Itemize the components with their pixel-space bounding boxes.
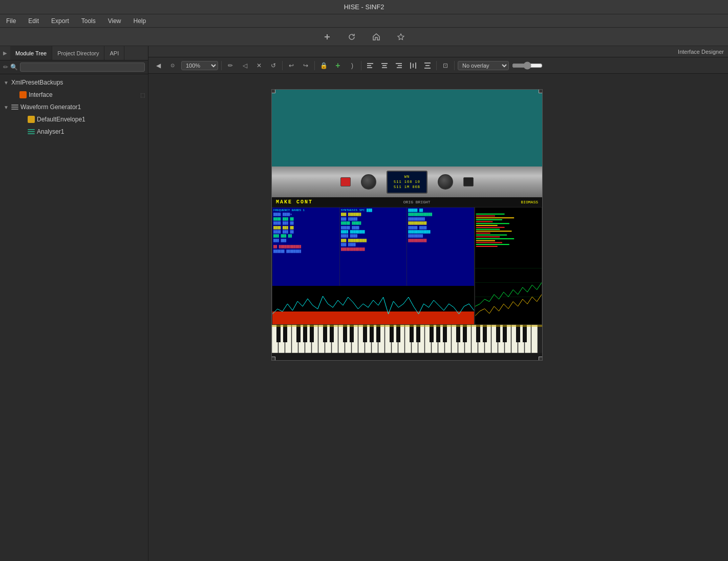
align-left-icon[interactable] [365,60,376,71]
screen-text-c2-8: ▓▓▓ ▓▓▓▓▓▓▓▓▓▓ [341,239,406,243]
screen-text-c2-10: ▓▓▓▓▓▓▓▓▓▓▓▓▓ [341,247,406,252]
piano-svg [272,325,542,353]
home-icon[interactable] [369,30,383,44]
svg-marker-2 [398,34,404,40]
synth-chrome-bar: WN 511 168 10 511 1M 86B [272,167,542,197]
undo-icon[interactable]: ↩ [286,60,297,71]
synth-knob-left[interactable] [361,174,376,190]
pencil-tool-icon[interactable]: ✏ [225,60,236,71]
redo-icon[interactable]: ↪ [300,60,311,71]
tree-item-defaultenvelope[interactable]: ▶ DefaultEnvelope1 [0,113,148,126]
rotate-tool-icon[interactable]: ↺ [268,60,279,71]
collapse-left-icon[interactable]: ◀ [153,60,164,71]
menu-export[interactable]: Export [49,16,71,26]
tab-api[interactable]: API [104,46,124,60]
align-center-icon[interactable] [379,60,390,71]
svg-rect-13 [413,64,414,68]
synth-title-label: MAKE CONT [276,199,313,205]
overlay-select[interactable]: No overlayGrid overlayRulers [458,61,509,70]
synth-button-right[interactable] [463,177,474,186]
star-icon[interactable] [394,30,408,44]
svg-rect-81 [276,325,281,342]
svg-rect-86 [323,325,327,342]
designer-header: Interface Designer [148,46,728,57]
lock-icon[interactable]: 🔒 [318,60,329,71]
menu-tools[interactable]: Tools [79,16,98,26]
tab-module-tree[interactable]: Module Tree [10,46,52,60]
svg-rect-7 [382,65,387,66]
menu-file[interactable]: File [4,16,18,26]
tree-item-waveformgen[interactable]: ▼ Waveform Generator1 [0,101,148,113]
svg-rect-100 [456,325,460,342]
zoom-reset-icon[interactable]: ⊙ [167,60,178,71]
arrow-left-tool-icon[interactable]: ◁ [239,60,250,71]
screen-text-c2-7: ▓▓▓▓ ▓▓▓▓ [341,234,406,238]
search-icon[interactable]: 🔍 [10,64,18,71]
canvas-area[interactable]: WN 511 168 10 511 1M 86B MAKE CONT ORIG … [148,74,728,561]
svg-rect-9 [396,63,402,64]
menu-view[interactable]: View [106,16,123,26]
svg-rect-34 [476,240,495,241]
svg-rect-82 [283,325,287,342]
synth-button-red[interactable] [340,177,351,186]
external-link-icon[interactable]: ⬚ [140,92,145,98]
screen-text-c1: FREQUENCY BANDS 1 [273,209,338,213]
svg-rect-91 [370,325,374,342]
add-component-icon[interactable]: + [332,60,344,71]
delete-tool-icon[interactable]: ✕ [253,60,265,71]
synth-knob-right[interactable] [438,174,453,190]
designer-toolbar: ◀ ⊙ 100%50%75%125%150% ✏ ◁ ✕ ↺ ↩ ↪ 🔒 + [148,57,728,74]
search-input[interactable] [20,63,145,72]
search-bar: ✏ 🔍 [0,60,148,74]
distribute-h-icon[interactable] [408,60,419,71]
dark-mode-icon[interactable]: ) [347,60,358,71]
tree-arrow-waveformgen: ▼ [3,105,9,110]
add-icon[interactable] [320,30,334,44]
tab-project-dir[interactable]: Project Directory [52,46,104,60]
menu-help[interactable]: Help [132,16,148,26]
screen-text-c2-6: ▓▓▓▓ ▓▓▓▓▓▓▓▓ [341,230,406,234]
svg-rect-92 [376,325,380,342]
tool-separator-4 [361,61,361,70]
svg-rect-35 [476,242,502,243]
tree-item-analyser[interactable]: ▶ Analyser1 [0,126,148,138]
svg-rect-3 [367,63,373,64]
svg-rect-23 [476,219,502,220]
module-tree: ▼ XmlPresetBackups ▶ Interface ⬚ ▼ Wavef… [0,74,148,561]
bars-icon-waveformgen [11,103,18,111]
align-right-icon[interactable] [393,60,404,71]
screen-text-6: ▓▓▓ ▓▓▓ ▓▓ [273,234,338,238]
tool-separator-2 [282,61,283,70]
zoom-slider[interactable] [512,61,543,70]
menu-edit[interactable]: Edit [26,16,41,26]
screen-text-9: ▓▓▓▓▓▓ ▓▓▓▓▓▓▓▓ [273,250,338,254]
svg-rect-36 [476,244,509,245]
tab-collapse-arrow[interactable]: ▶ [0,46,10,60]
svg-rect-102 [476,325,480,342]
synth-screens-row: FREQUENCY BANDS 1 ▓▓▓▓ ▓▓▓▓m ▓▓▓▓ ▓▓▓ ▓▓… [272,207,542,325]
svg-rect-97 [430,325,434,342]
corner-marker-bl [271,357,275,361]
display-line-2: 511 168 10 [394,180,420,184]
screen-text-c3-4: ▓▓▓▓▓▓▓▓▓▓ [408,221,473,225]
pencil-edit-icon[interactable]: ✏ [3,64,8,71]
tree-item-interface[interactable]: ▶ Interface ⬚ [0,89,148,101]
screen-text-c2-1: SYNTHESIS SPC ▓▓▓ [341,209,406,213]
svg-rect-10 [398,65,402,66]
menubar: File Edit Export Tools View Help [0,14,728,28]
interface-preview: WN 511 168 10 511 1M 86B MAKE CONT ORIG … [271,89,543,361]
titlebar: HISE - SINF2 [0,0,728,14]
app-title: HISE - SINF2 [344,3,384,11]
svg-rect-17 [424,68,431,69]
screen-text-c2-9: ▓▓▓ ▓▓▓▓ [341,243,406,247]
distribute-v-icon[interactable] [422,60,433,71]
crop-icon[interactable]: ⊡ [440,60,451,71]
svg-rect-87 [330,325,334,342]
svg-rect-30 [476,233,490,234]
zoom-select[interactable]: 100%50%75%125%150% [181,61,218,70]
screen-text-7: ▓▓▓ ▓▓▓ [273,239,338,243]
svg-rect-83 [296,325,301,342]
screen-text-4: ▓▓▓▓ ▓▓▓ ▓▓ [273,226,338,230]
tree-item-xmlpresetbackups[interactable]: ▼ XmlPresetBackups [0,76,148,89]
refresh-icon[interactable] [345,30,359,44]
